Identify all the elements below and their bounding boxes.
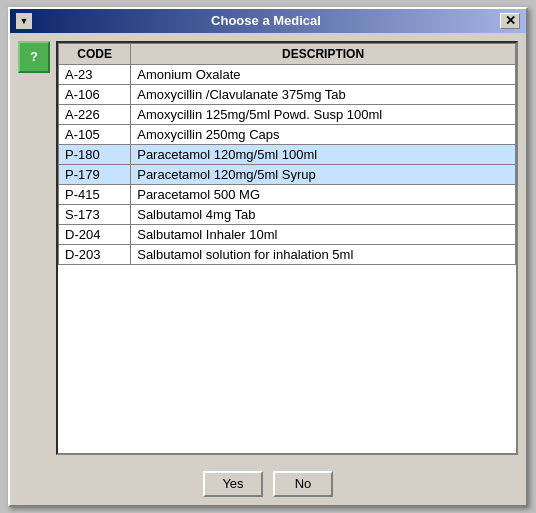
table-row[interactable]: A-226Amoxycillin 125mg/5ml Powd. Susp 10… bbox=[59, 104, 516, 124]
table-row[interactable]: P-180Paracetamol 120mg/5ml 100ml bbox=[59, 144, 516, 164]
column-header-code: CODE bbox=[59, 43, 131, 64]
cell-code: A-105 bbox=[59, 124, 131, 144]
cell-code: S-173 bbox=[59, 204, 131, 224]
table-row[interactable]: P-179Paracetamol 120mg/5ml Syrup bbox=[59, 164, 516, 184]
cell-description: Paracetamol 120mg/5ml 100ml bbox=[131, 144, 516, 164]
cell-description: Amoxycillin 250mg Caps bbox=[131, 124, 516, 144]
close-icon: ✕ bbox=[505, 13, 516, 28]
table-row[interactable]: D-204Salbutamol Inhaler 10ml bbox=[59, 224, 516, 244]
medical-table-container: CODE DESCRIPTION A-23Amonium OxalateA-10… bbox=[56, 41, 518, 455]
table-row[interactable]: A-23Amonium Oxalate bbox=[59, 64, 516, 84]
cell-description: Amoxycillin /Clavulanate 375mg Tab bbox=[131, 84, 516, 104]
table-row[interactable]: A-106Amoxycillin /Clavulanate 375mg Tab bbox=[59, 84, 516, 104]
cell-description: Salbutamol solution for inhalation 5ml bbox=[131, 244, 516, 264]
medical-table: CODE DESCRIPTION A-23Amonium OxalateA-10… bbox=[58, 43, 516, 265]
column-header-description: DESCRIPTION bbox=[131, 43, 516, 64]
dialog-title: Choose a Medical bbox=[32, 13, 500, 28]
cell-description: Salbutamol Inhaler 10ml bbox=[131, 224, 516, 244]
cell-code: A-23 bbox=[59, 64, 131, 84]
cell-description: Amonium Oxalate bbox=[131, 64, 516, 84]
help-button[interactable]: ? bbox=[18, 41, 50, 73]
cell-code: A-106 bbox=[59, 84, 131, 104]
cell-description: Paracetamol 500 MG bbox=[131, 184, 516, 204]
dialog: ▼ Choose a Medical ✕ ? CODE DESCRIPTION … bbox=[8, 7, 528, 507]
table-row[interactable]: A-105Amoxycillin 250mg Caps bbox=[59, 124, 516, 144]
cell-description: Amoxycillin 125mg/5ml Powd. Susp 100ml bbox=[131, 104, 516, 124]
cell-description: Paracetamol 120mg/5ml Syrup bbox=[131, 164, 516, 184]
title-dropdown[interactable]: ▼ bbox=[16, 13, 32, 29]
cell-code: P-179 bbox=[59, 164, 131, 184]
table-row[interactable]: D-203Salbutamol solution for inhalation … bbox=[59, 244, 516, 264]
help-icon: ? bbox=[30, 49, 38, 64]
cell-code: P-180 bbox=[59, 144, 131, 164]
content-area: ? CODE DESCRIPTION A-23Amonium OxalateA-… bbox=[10, 33, 526, 463]
cell-code: D-204 bbox=[59, 224, 131, 244]
table-row[interactable]: P-415Paracetamol 500 MG bbox=[59, 184, 516, 204]
title-bar: ▼ Choose a Medical ✕ bbox=[10, 9, 526, 33]
cell-code: A-226 bbox=[59, 104, 131, 124]
table-header-row: CODE DESCRIPTION bbox=[59, 43, 516, 64]
table-row[interactable]: S-173Salbutamol 4mg Tab bbox=[59, 204, 516, 224]
yes-button[interactable]: Yes bbox=[203, 471, 263, 497]
dialog-footer: Yes No bbox=[10, 463, 526, 505]
cell-code: P-415 bbox=[59, 184, 131, 204]
no-button[interactable]: No bbox=[273, 471, 333, 497]
close-button[interactable]: ✕ bbox=[500, 13, 520, 29]
cell-description: Salbutamol 4mg Tab bbox=[131, 204, 516, 224]
cell-code: D-203 bbox=[59, 244, 131, 264]
